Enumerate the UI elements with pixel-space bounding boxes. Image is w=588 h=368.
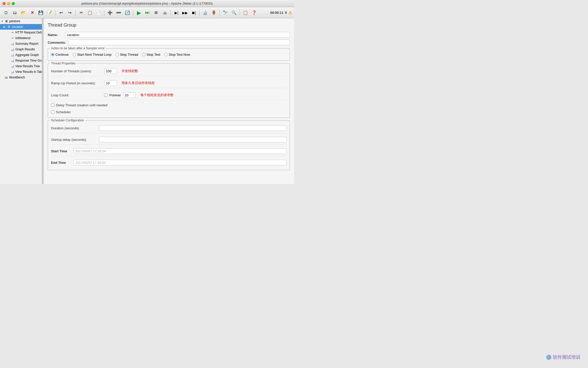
analyze-button[interactable]: 🔬 (201, 9, 209, 17)
save-button[interactable]: 💾 (37, 9, 45, 17)
remote-stop-button[interactable]: ⏹| (190, 9, 198, 17)
stop-button[interactable]: ⏹ (152, 9, 160, 17)
sidebar-item-vacation[interactable]: ▶ ⚙ vacation (0, 24, 42, 30)
traffic-lights (3, 2, 15, 5)
redo-button[interactable]: ↪ (66, 9, 74, 17)
duration-input[interactable] (99, 125, 287, 131)
sidebar-item-label: View Results in Table (15, 70, 42, 74)
sidebar-item-is-weekend[interactable]: ▶ ✏ isWeekend (0, 35, 42, 41)
scheduler-checkbox[interactable] (51, 110, 54, 114)
minimize-window-button[interactable] (7, 2, 10, 5)
radio-start-next-thread-loop-input[interactable] (73, 53, 76, 56)
startup-delay-label: Startup delay (seconds) (51, 138, 97, 142)
sidebar-item-summary-report[interactable]: ▶ 📊 Summary Report (0, 41, 42, 47)
loop-count-row: Loop Count: Forever 每个线程发送的请求数 (51, 90, 287, 100)
start-time-input[interactable] (74, 148, 287, 154)
radio-stop-test-now[interactable]: Stop Test Now (164, 53, 190, 56)
new-button[interactable]: 🗋 (2, 9, 10, 17)
sidebar-item-response-time-graph[interactable]: ▶ 📊 Response Time Graph (0, 58, 42, 63)
expand-button[interactable]: ➕ (106, 9, 114, 17)
petstore-icon: 🖥 (4, 19, 8, 23)
search-button[interactable]: 🔍 (230, 9, 238, 17)
separator-5 (170, 10, 171, 16)
end-time-label: End Time (51, 161, 71, 165)
start-no-pause-button[interactable]: ⏭ (143, 9, 152, 17)
loop-count-annotation: 每个线程发送的请求数 (140, 93, 174, 97)
open-button[interactable]: 📂 (19, 9, 28, 17)
undo-button[interactable]: ↩ (57, 9, 65, 17)
loop-count-label: Loop Count: (51, 93, 102, 97)
duration-label: Duration (seconds) (51, 126, 97, 130)
separator-3 (104, 10, 104, 16)
title-bar: petstore.jmx (/Users/emac/git.repo/githu… (0, 0, 294, 7)
comments-row: Comments: (48, 40, 290, 45)
radio-stop-test-now-label: Stop Test Now (169, 53, 190, 56)
radio-continue-input[interactable] (51, 53, 54, 56)
duration-row: Duration (seconds) (51, 123, 287, 133)
sidebar-item-label: vacation (12, 25, 23, 29)
close-window-button[interactable] (3, 2, 6, 5)
toggle-button[interactable]: 🔃 (123, 9, 131, 17)
start-button[interactable]: ▶ (135, 9, 143, 17)
sidebar-item-workbench[interactable]: ▶ 🗂 WorkBench (0, 75, 42, 80)
close-button[interactable]: ✕ (28, 9, 36, 17)
main-layout: ▼ 🖥 petstore ▶ ⚙ vacation ▶ ✂ HTTP Reque… (0, 18, 294, 184)
radio-continue[interactable]: Continue (51, 53, 69, 56)
sidebar-item-petstore[interactable]: ▼ 🖥 petstore (0, 18, 42, 24)
remote-start-all-button[interactable]: ▶▶ (181, 9, 189, 17)
binoculars-button[interactable]: 🔭 (221, 9, 229, 17)
radio-stop-thread-input[interactable] (116, 53, 119, 56)
collapse-button[interactable]: ➖ (115, 9, 123, 17)
comments-input[interactable] (68, 40, 290, 45)
start-time-row: Start Time (51, 146, 287, 156)
comments-label: Comments: (48, 41, 66, 44)
action-section: Action to be taken after a Sampler error… (48, 48, 290, 61)
sidebar-item-graph-results[interactable]: ▶ 📊 Graph Results (0, 47, 42, 52)
toolbar: 🗋 🗂 📂 ✕ 💾 📝 ↩ ↪ ✂ 📋 📄 ➕ ➖ 🔃 ▶ ⏭ ⏹ ⏏ ▶| ▶… (0, 7, 294, 18)
graph-icon: 📊 (10, 42, 15, 46)
sidebar-item-view-results-tree[interactable]: ▶ 📊 View Results Tree (0, 63, 42, 69)
open-templates-button[interactable]: 🗂 (11, 9, 19, 17)
separator-1 (55, 10, 55, 16)
graph-icon: 📊 (10, 59, 15, 63)
ramp-up-input[interactable] (104, 80, 117, 86)
radio-stop-test-input[interactable] (142, 53, 145, 56)
name-input[interactable] (65, 32, 290, 38)
radio-stop-thread[interactable]: Stop Thread (116, 53, 138, 56)
function-helper-button[interactable]: 🏺 (210, 9, 218, 17)
thread-properties-title: Thread Properties (50, 62, 77, 65)
sidebar-item-label: petstore (9, 19, 20, 23)
save-as-button[interactable]: 📝 (45, 9, 54, 17)
script-icon: ✏ (10, 36, 15, 40)
sidebar-item-view-results-in-table[interactable]: ▶ 📊 View Results in Table (0, 69, 42, 75)
radio-stop-test-now-input[interactable] (164, 53, 168, 56)
num-threads-row: Number of Threads (users): 并发线程数 (51, 66, 287, 76)
separator-7 (219, 10, 220, 16)
results-tree-icon: 📊 (10, 64, 15, 68)
copy-button[interactable]: 📋 (86, 9, 94, 17)
delay-creation-row: Delay Thread creation until needed (51, 102, 287, 108)
delay-creation-label: Delay Thread creation until needed (56, 103, 107, 107)
delay-creation-checkbox[interactable] (51, 103, 54, 107)
startup-delay-row: Startup delay (seconds) (51, 135, 287, 145)
cut-button[interactable]: ✂ (77, 9, 85, 17)
separator-6 (199, 10, 200, 16)
clear-all-button[interactable]: 📋 (241, 9, 250, 17)
warning-icon: ⚠ (288, 10, 292, 15)
radio-start-next-thread-loop[interactable]: Start Next Thread Loop (73, 53, 112, 56)
num-threads-label: Number of Threads (users): (51, 69, 102, 73)
maximize-window-button[interactable] (12, 2, 15, 5)
help-button[interactable]: ❓ (250, 9, 258, 17)
loop-count-input[interactable] (123, 92, 136, 98)
sidebar-item-aggregate-graph[interactable]: ▶ 📊 Aggregate Graph (0, 52, 42, 58)
num-threads-input[interactable] (104, 68, 117, 74)
radio-group: Continue Start Next Thread Loop Stop Thr… (51, 51, 287, 58)
sidebar-item-http-request-defaults[interactable]: ▶ ✂ HTTP Request Defaults (0, 30, 42, 35)
end-time-input[interactable] (74, 160, 287, 165)
radio-stop-test[interactable]: Stop Test (142, 53, 160, 56)
paste-button[interactable]: 📄 (94, 9, 103, 17)
forever-checkbox[interactable] (104, 94, 107, 97)
startup-delay-input[interactable] (99, 137, 287, 142)
remote-start-button[interactable]: ▶| (172, 9, 180, 17)
shutdown-button[interactable]: ⏏ (161, 9, 169, 17)
